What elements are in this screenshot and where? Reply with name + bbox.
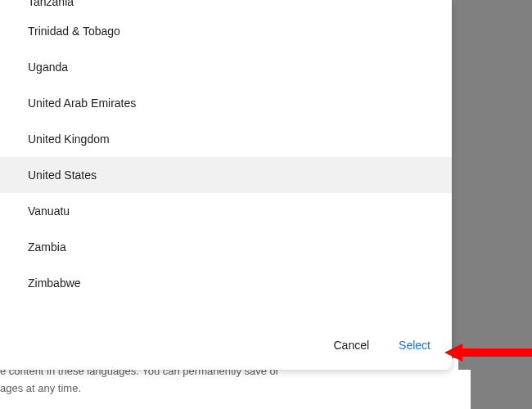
country-select-dialog: Tanzania Trinidad & Tobago Uganda United… [0, 0, 452, 370]
list-item-selected[interactable]: United States [0, 157, 452, 193]
list-item-label: United Arab Emirates [28, 97, 136, 110]
country-list[interactable]: Tanzania Trinidad & Tobago Uganda United… [0, 0, 452, 324]
list-item[interactable]: United Arab Emirates [0, 85, 452, 121]
list-item-label: Trinidad & Tobago [28, 25, 120, 38]
list-item[interactable]: Trinidad & Tobago [0, 13, 452, 49]
cancel-button[interactable]: Cancel [330, 334, 372, 357]
list-item-label: Uganda [28, 61, 68, 74]
list-item-label: Vanuatu [28, 204, 70, 218]
list-item[interactable]: Uganda [0, 49, 452, 85]
background-overlay [471, 0, 532, 409]
select-button[interactable]: Select [395, 334, 434, 357]
list-item-label: Zimbabwe [28, 276, 81, 290]
list-item-label: United States [28, 169, 97, 182]
list-item-label: Zambia [28, 240, 66, 254]
list-item[interactable]: Tanzania [0, 0, 452, 13]
background-line-2: ages at any time. [0, 380, 458, 398]
list-item[interactable]: Zambia [0, 229, 452, 265]
dialog-footer: Cancel Select [0, 324, 452, 370]
list-item[interactable]: United Kingdom [0, 121, 452, 157]
list-item[interactable]: Zimbabwe [0, 265, 452, 301]
list-item-label: United Kingdom [28, 133, 110, 146]
list-item[interactable]: Vanuatu [0, 193, 452, 229]
